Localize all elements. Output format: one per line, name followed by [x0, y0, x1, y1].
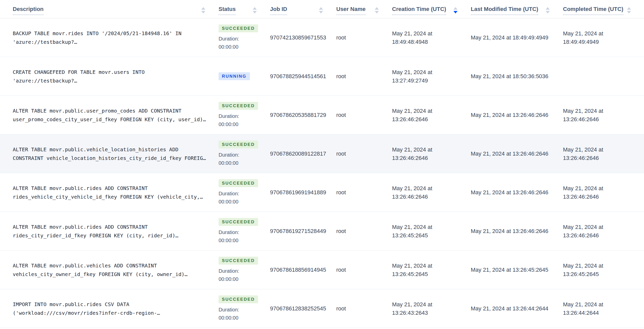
job-description[interactable]: ALTER TABLE movr.public.rides ADD CONSTR…: [13, 184, 219, 201]
status-badge: SUCCEEDED: [219, 179, 258, 187]
last-modified-cell: May 21, 2024 at 13:26:46:2646: [471, 188, 563, 197]
sort-icon[interactable]: [201, 7, 205, 13]
duration-value: 00:00:00: [219, 43, 238, 51]
job-id-cell: 970678825944514561: [270, 73, 336, 80]
completed-time-cell: May 21, 2024 at13:26:46:2646: [563, 107, 644, 124]
duration-label: Duration:: [219, 151, 239, 159]
creation-time-cell: May 21, 2024 at13:26:45:2645: [392, 262, 471, 278]
creation-time-cell: May 21, 2024 at13:26:45:2645: [392, 223, 471, 240]
column-label: Creation Time (UTC): [392, 6, 446, 15]
status-cell: SUCCEEDED Duration: 00:00:00: [219, 102, 270, 128]
duration-value: 00:00:00: [219, 236, 238, 244]
column-label: Description: [13, 6, 44, 15]
table-row[interactable]: CREATE CHANGEFEED FOR TABLE movr.users I…: [0, 57, 644, 96]
status-badge: SUCCEEDED: [219, 257, 258, 265]
last-modified-cell: May 21, 2024 at 18:50:36:5036: [471, 72, 563, 80]
creation-time-cell: May 21, 2024 at13:26:46:2646: [392, 145, 471, 162]
job-description[interactable]: ALTER TABLE movr.public.rides ADD CONSTR…: [13, 223, 219, 240]
jobs-table-body: BACKUP TABLE movr.rides INTO '/2024/05/2…: [0, 18, 644, 328]
job-id-cell: 970678619271528449: [270, 228, 336, 235]
job-id-cell: 970678620089122817: [270, 150, 336, 157]
duration-label: Duration:: [219, 112, 239, 120]
column-header-last-modified-time[interactable]: Last Modified Time (UTC): [471, 3, 563, 15]
sort-icon[interactable]: [627, 7, 631, 13]
column-header-user-name[interactable]: User Name: [336, 3, 392, 15]
column-header-job-id[interactable]: Job ID: [270, 3, 336, 15]
status-cell: SUCCEEDED Duration: 00:00:00: [219, 141, 270, 167]
job-id-cell: 970678618856914945: [270, 267, 336, 273]
duration-label: Duration:: [219, 35, 239, 43]
duration-label: Duration:: [219, 306, 239, 314]
creation-time-cell: May 21, 2024 at18:49:48:4948: [392, 29, 471, 46]
job-description[interactable]: ALTER TABLE movr.public.user_promo_codes…: [13, 106, 219, 124]
completed-time-cell: May 21, 2024 at13:26:44:2644: [563, 300, 644, 317]
creation-time-cell: May 21, 2024 at13:26:43:2643: [392, 300, 471, 317]
duration-label: Duration:: [219, 189, 239, 198]
job-description[interactable]: CREATE CHANGEFEED FOR TABLE movr.users I…: [13, 68, 219, 85]
status-badge: SUCCEEDED: [219, 141, 258, 148]
job-id-cell: 970678620535881729: [270, 112, 336, 118]
column-label: Completed Time (UTC): [563, 6, 623, 15]
table-row[interactable]: ALTER TABLE movr.public.rides ADD CONSTR…: [0, 212, 644, 251]
table-row[interactable]: ALTER TABLE movr.public.rides ADD CONSTR…: [0, 173, 644, 212]
last-modified-cell: May 21, 2024 at 13:26:46:2646: [471, 111, 563, 119]
job-description[interactable]: IMPORT INTO movr.public.rides CSV DATA('…: [13, 300, 219, 317]
column-header-status[interactable]: Status: [219, 3, 270, 15]
column-header-description[interactable]: Description: [13, 3, 219, 15]
user-name-cell: root: [336, 189, 392, 196]
creation-time-cell: May 21, 2024 at13:26:46:2646: [392, 107, 471, 124]
user-name-cell: root: [336, 112, 392, 118]
user-name-cell: root: [336, 228, 392, 235]
creation-time-cell: May 21, 2024 at13:26:46:2646: [392, 184, 471, 201]
column-label: Status: [219, 6, 236, 15]
jobs-table-header: Description Status Job ID User Name Crea…: [0, 0, 644, 18]
creation-time-cell: May 21, 2024 at13:27:49:2749: [392, 68, 471, 85]
duration-value: 00:00:00: [219, 198, 238, 206]
sort-icon[interactable]: [546, 7, 550, 13]
status-badge: SUCCEEDED: [219, 102, 258, 110]
table-row[interactable]: ALTER TABLE movr.public.vehicles ADD CON…: [0, 251, 644, 289]
last-modified-cell: May 21, 2024 at 13:26:46:2646: [471, 149, 563, 158]
duration-value: 00:00:00: [219, 275, 238, 283]
status-badge: SUCCEEDED: [219, 218, 258, 226]
table-row[interactable]: IMPORT INTO movr.public.rides CSV DATA('…: [0, 289, 644, 328]
completed-time-cell: May 21, 2024 at18:49:49:4949: [563, 29, 644, 46]
duration-label: Duration:: [219, 267, 239, 275]
last-modified-cell: May 21, 2024 at 18:49:49:4949: [471, 33, 563, 42]
table-row[interactable]: ALTER TABLE movr.public.user_promo_codes…: [0, 96, 644, 134]
last-modified-cell: May 21, 2024 at 13:26:45:2645: [471, 266, 563, 274]
sort-icon[interactable]: [375, 7, 379, 13]
job-id-cell: 970678612838252545: [270, 305, 336, 312]
user-name-cell: root: [336, 267, 392, 273]
last-modified-cell: May 21, 2024 at 13:26:46:2646: [471, 227, 563, 235]
user-name-cell: root: [336, 34, 392, 41]
table-row[interactable]: ALTER TABLE movr.public.vehicle_location…: [0, 134, 644, 173]
duration-value: 00:00:00: [219, 120, 238, 128]
column-label: Last Modified Time (UTC): [471, 6, 538, 15]
column-label: User Name: [336, 6, 366, 15]
column-header-completed-time[interactable]: Completed Time (UTC): [563, 3, 644, 15]
status-cell: SUCCEEDED Duration: 00:00:00: [219, 295, 270, 322]
column-label: Job ID: [270, 6, 287, 15]
completed-time-cell: May 21, 2024 at13:26:46:2646: [563, 184, 644, 201]
status-cell: SUCCEEDED Duration: 00:00:00: [219, 24, 270, 51]
sort-icon[interactable]: [453, 7, 458, 13]
job-description[interactable]: ALTER TABLE movr.public.vehicle_location…: [13, 145, 219, 162]
table-row[interactable]: BACKUP TABLE movr.rides INTO '/2024/05/2…: [0, 18, 644, 57]
status-badge: SUCCEEDED: [219, 24, 258, 32]
duration-value: 00:00:00: [219, 159, 238, 167]
last-modified-cell: May 21, 2024 at 13:26:44:2644: [471, 304, 563, 313]
status-badge: RUNNING: [219, 72, 250, 80]
completed-time-cell: May 21, 2024 at13:26:45:2645: [563, 262, 644, 278]
job-id-cell: 970678619691941889: [270, 189, 336, 196]
sort-icon[interactable]: [319, 7, 323, 13]
status-cell: SUCCEEDED Duration: 00:00:00: [219, 257, 270, 283]
completed-time-cell: May 21, 2024 at13:26:46:2646: [563, 223, 644, 240]
sort-icon[interactable]: [253, 7, 257, 13]
status-cell: SUCCEEDED Duration: 00:00:00: [219, 218, 270, 244]
job-description[interactable]: ALTER TABLE movr.public.vehicles ADD CON…: [13, 261, 219, 279]
job-description[interactable]: BACKUP TABLE movr.rides INTO '/2024/05/2…: [13, 29, 219, 46]
job-id-cell: 970742130859671553: [270, 34, 336, 41]
duration-label: Duration:: [219, 228, 239, 236]
column-header-creation-time[interactable]: Creation Time (UTC): [392, 3, 471, 15]
